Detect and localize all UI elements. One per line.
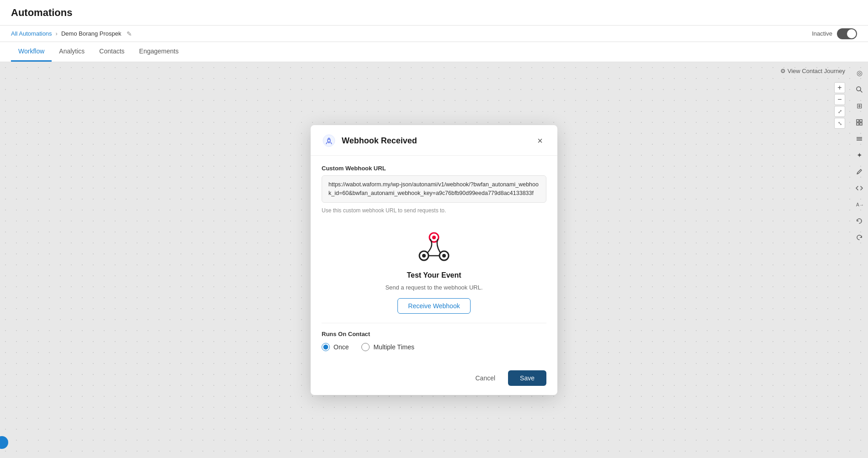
- svg-point-11: [328, 140, 330, 142]
- runs-on-contact-label: Runs On Contact: [322, 331, 546, 337]
- runs-on-contact-section: Runs On Contact Once Multiple Times: [322, 323, 546, 355]
- modal-body: Custom Webhook URL https://wabot.waform.…: [311, 156, 557, 364]
- page-title: Automations: [11, 7, 72, 19]
- status-toggle-area: Inactive: [812, 28, 857, 39]
- breadcrumb-all-automations[interactable]: All Automations: [11, 30, 52, 37]
- url-field-label: Custom Webhook URL: [322, 165, 546, 172]
- inactive-label: Inactive: [812, 30, 832, 37]
- radio-once-input[interactable]: [322, 343, 330, 351]
- top-bar: Automations: [0, 0, 868, 26]
- radio-once-label: Once: [333, 343, 349, 351]
- radio-once[interactable]: Once: [322, 343, 349, 351]
- tab-nav: Workflow Analytics Contacts Engagements: [0, 42, 868, 62]
- toggle-knob: [847, 29, 856, 38]
- radio-multiple-input[interactable]: [361, 343, 370, 351]
- tab-engagements[interactable]: Engagements: [132, 42, 186, 62]
- test-event-desc: Send a request to the webhook URL.: [385, 284, 482, 291]
- breadcrumb-current: Demo Borang Prospek: [61, 30, 122, 37]
- webhook-modal-icon: [322, 133, 336, 148]
- cancel-button[interactable]: Cancel: [468, 370, 503, 386]
- webhook-modal: Webhook Received × Custom Webhook URL ht…: [311, 125, 557, 395]
- radio-group: Once Multiple Times: [322, 343, 546, 351]
- tab-analytics[interactable]: Analytics: [52, 42, 92, 62]
- svg-point-17: [432, 236, 436, 239]
- webhook-url-display: https://wabot.waform.my/wp-json/autonami…: [322, 175, 546, 203]
- save-button[interactable]: Save: [508, 370, 546, 386]
- modal-footer: Cancel Save: [311, 364, 557, 395]
- modal-header: Webhook Received ×: [311, 125, 557, 156]
- radio-multiple[interactable]: Multiple Times: [361, 343, 414, 351]
- main-content: ⚙ View Contact Journey + − ⤢ ⤡ ◎ ⊞ ✦ A→: [0, 62, 868, 458]
- svg-point-15: [422, 254, 426, 258]
- svg-point-16: [442, 254, 446, 258]
- breadcrumb-separator: ›: [56, 30, 58, 37]
- inactive-toggle-switch[interactable]: [837, 28, 857, 39]
- test-event-title: Test Your Event: [407, 271, 461, 279]
- modal-close-button[interactable]: ×: [534, 134, 546, 147]
- modal-overlay: Webhook Received × Custom Webhook URL ht…: [0, 62, 868, 458]
- radio-multiple-label: Multiple Times: [373, 343, 414, 351]
- edit-icon[interactable]: ✎: [127, 30, 132, 37]
- modal-title: Webhook Received: [342, 136, 528, 146]
- url-helper-text: Use this custom webhook URL to send requ…: [322, 207, 546, 214]
- breadcrumb-row: All Automations › Demo Borang Prospek ✎ …: [0, 26, 868, 42]
- receive-webhook-button[interactable]: Receive Webhook: [397, 298, 470, 314]
- webhook-illustration: Test Your Event Send a request to the we…: [322, 222, 546, 323]
- tab-workflow[interactable]: Workflow: [11, 42, 52, 62]
- tab-contacts[interactable]: Contacts: [92, 42, 132, 62]
